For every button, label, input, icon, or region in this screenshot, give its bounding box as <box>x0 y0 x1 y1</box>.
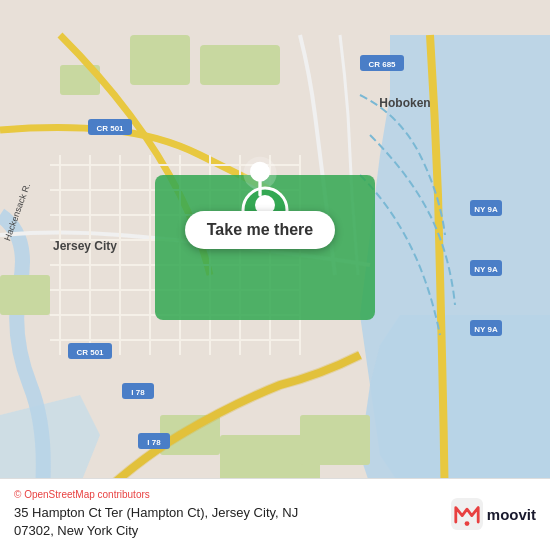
svg-text:I 78: I 78 <box>147 438 161 447</box>
svg-rect-10 <box>300 415 370 465</box>
destination-address: 35 Hampton Ct Ter (Hampton Ct), Jersey C… <box>14 504 439 540</box>
take-me-there-button[interactable]: Take me there <box>185 211 335 249</box>
moovit-brand-text: moovit <box>487 506 536 523</box>
address-section: © OpenStreetMap contributors 35 Hampton … <box>14 489 439 540</box>
address-line1: 35 Hampton Ct Ter (Hampton Ct), Jersey C… <box>14 505 298 520</box>
copyright-symbol: © <box>14 489 21 500</box>
svg-text:Hoboken: Hoboken <box>379 96 430 110</box>
map-pin-icon <box>235 155 285 205</box>
osm-contributors: contributors <box>98 489 150 500</box>
osm-attribution: © OpenStreetMap contributors <box>14 489 439 500</box>
svg-rect-6 <box>200 45 280 85</box>
svg-text:NY 9A: NY 9A <box>474 325 498 334</box>
map-container: NY 9A NY 9A NY 9A CR 685 CR 501 <box>0 0 550 550</box>
svg-text:NY 9A: NY 9A <box>474 265 498 274</box>
svg-rect-4 <box>130 35 190 85</box>
map-background: NY 9A NY 9A NY 9A CR 685 CR 501 <box>0 0 550 550</box>
svg-point-51 <box>250 162 270 182</box>
moovit-logo[interactable]: moovit <box>451 498 536 530</box>
bottom-info-bar: © OpenStreetMap contributors 35 Hampton … <box>0 478 550 550</box>
navigation-prompt: Take me there <box>155 155 365 249</box>
svg-point-53 <box>464 522 469 527</box>
svg-text:Jersey City: Jersey City <box>53 239 117 253</box>
svg-text:NY 9A: NY 9A <box>474 205 498 214</box>
svg-text:CR 501: CR 501 <box>96 124 124 133</box>
svg-text:I 78: I 78 <box>131 388 145 397</box>
svg-text:CR 685: CR 685 <box>368 60 396 69</box>
address-line2: 07302, New York City <box>14 523 138 538</box>
osm-link[interactable]: OpenStreetMap <box>24 489 95 500</box>
svg-text:CR 501: CR 501 <box>76 348 104 357</box>
moovit-icon <box>451 498 483 530</box>
svg-rect-7 <box>0 275 50 315</box>
